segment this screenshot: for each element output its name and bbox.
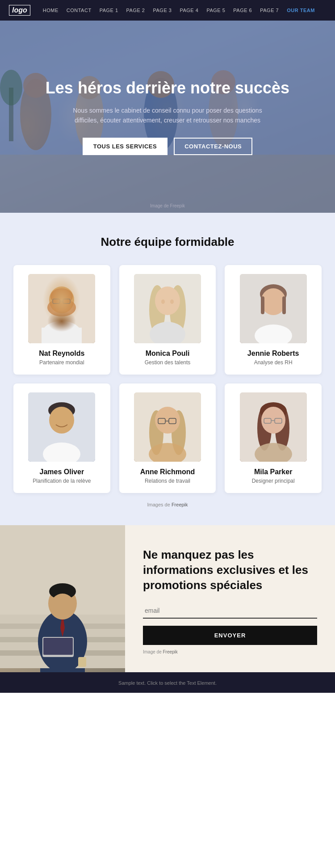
hero-subtitle: Nous sommes le cabinet de conseil connu … (69, 105, 266, 126)
logo[interactable]: logo (9, 5, 30, 16)
svg-rect-67 (78, 657, 86, 667)
team-photo-james (28, 392, 95, 462)
team-card-monica: Monica Pouli Gestion des talents (119, 265, 216, 375)
team-section-title: Notre équipe formidable (13, 235, 322, 249)
member-role-mila: Designer principal (232, 478, 314, 484)
nav-page4[interactable]: PAGE 4 (180, 8, 198, 13)
svg-rect-17 (63, 299, 70, 303)
member-role-anne: Relations de travail (126, 478, 209, 484)
svg-rect-60 (0, 525, 125, 615)
team-card-jennie: Jennie Roberts Analyse des RH (225, 265, 322, 375)
member-name-nat: Nat Reynolds (21, 350, 103, 358)
member-role-nat: Partenaire mondial (21, 359, 103, 366)
team-card-mila: Mila Parker Designer principal (225, 383, 322, 493)
navbar: logo HOME CONTACT PAGE 1 PAGE 2 PAGE 3 P… (0, 0, 335, 21)
team-grid: Nat Reynolds Partenaire mondial (13, 265, 322, 493)
team-card-james: James Oliver Planification de la relève (13, 383, 110, 493)
svg-point-15 (50, 288, 73, 304)
hero-freepik-link[interactable]: Freepik (170, 203, 185, 208)
newsletter-right: Ne manquez pas les informations exclusiv… (125, 525, 335, 672)
hero-content: Les héros derrière notre succès Nous som… (19, 78, 316, 156)
hero-image-credit: Image de Freepik (150, 203, 185, 208)
member-role-james: Planification de la relève (21, 478, 103, 484)
send-button[interactable]: ENVOYER (143, 626, 317, 645)
svg-point-14 (47, 299, 76, 316)
team-photo-monica (134, 274, 201, 343)
svg-point-25 (161, 299, 165, 304)
email-input[interactable] (143, 603, 317, 619)
nav-page1[interactable]: PAGE 1 (100, 8, 118, 13)
member-name-james: James Oliver (21, 468, 103, 476)
member-role-jennie: Analyse des RH (232, 359, 314, 366)
svg-rect-32 (282, 296, 286, 314)
team-photo-anne (134, 392, 201, 462)
nav-our-team[interactable]: OUR TEAM (287, 8, 315, 13)
hero-title: Les héros derrière notre succès (46, 78, 289, 97)
team-card-anne: Anne Richmond Relations de travail (119, 383, 216, 493)
newsletter-image (0, 525, 125, 672)
nav-page5[interactable]: PAGE 5 (206, 8, 225, 13)
hero-buttons: TOUS LES SERVICES CONTACTEZ-NOUS (46, 138, 289, 155)
member-name-anne: Anne Richmond (126, 468, 209, 476)
newsletter-title: Ne manquez pas les informations exclusiv… (143, 548, 317, 593)
services-button[interactable]: TOUS LES SERVICES (83, 138, 168, 155)
svg-rect-12 (28, 274, 95, 343)
team-photo-mila (240, 392, 307, 462)
svg-point-26 (170, 299, 174, 304)
svg-rect-16 (53, 299, 60, 303)
team-photo-jennie (240, 274, 307, 343)
member-name-mila: Mila Parker (232, 468, 314, 476)
svg-point-64 (49, 583, 76, 599)
svg-point-13 (49, 287, 74, 313)
newsletter-image-credit: Image de Freepik (143, 649, 317, 654)
svg-rect-31 (261, 296, 264, 314)
svg-point-30 (261, 288, 286, 315)
newsletter-freepik-link[interactable]: Freepik (163, 649, 177, 654)
svg-point-36 (49, 407, 74, 434)
nav-page6[interactable]: PAGE 6 (233, 8, 252, 13)
contact-button[interactable]: CONTACTEZ-NOUS (174, 138, 252, 155)
newsletter-section: Ne manquez pas les informations exclusiv… (0, 525, 335, 672)
team-image-credit: Images de Freepik (13, 502, 322, 512)
svg-rect-66 (43, 638, 73, 655)
member-name-jennie: Jennie Roberts (232, 350, 314, 358)
nav-page7[interactable]: PAGE 7 (260, 8, 279, 13)
member-role-monica: Gestion des talents (126, 359, 209, 366)
svg-rect-20 (42, 328, 82, 343)
svg-point-19 (42, 321, 82, 343)
member-name-monica: Monica Pouli (126, 350, 209, 358)
hero-section: Les héros derrière notre succès Nous som… (0, 21, 335, 213)
nav-page2[interactable]: PAGE 2 (126, 8, 145, 13)
team-freepik-link[interactable]: Freepik (172, 502, 188, 507)
team-section: Notre équipe formidable (0, 213, 335, 525)
footer: Sample text. Click to select the Text El… (0, 672, 335, 693)
svg-point-24 (155, 287, 180, 315)
team-photo-nat (28, 274, 95, 343)
footer-text: Sample text. Click to select the Text El… (118, 680, 217, 686)
nav-home[interactable]: HOME (43, 8, 59, 13)
nav-contact[interactable]: CONTACT (67, 8, 92, 13)
nav-page3[interactable]: PAGE 3 (153, 8, 172, 13)
team-card-nat: Nat Reynolds Partenaire mondial (13, 265, 110, 375)
